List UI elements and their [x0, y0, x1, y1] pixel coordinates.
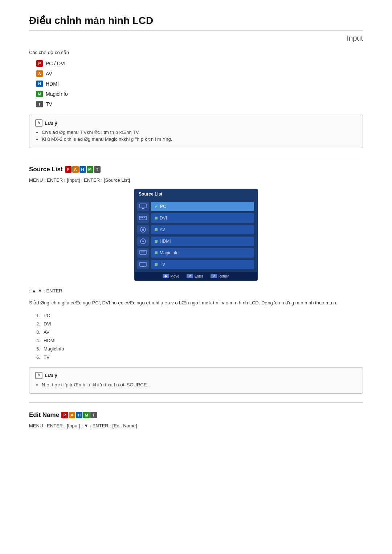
- footer-return: ↩ Return: [211, 274, 229, 278]
- source-list-footer: ◆ Move ↵ Enter ↩ Return: [135, 272, 257, 280]
- edit-name-badge: P: [61, 412, 68, 418]
- mode-item: HHDMI: [36, 81, 363, 87]
- sq-icon: [155, 263, 158, 266]
- source-item[interactable]: DVI: [151, 213, 254, 223]
- source-list-badge: M: [87, 166, 93, 173]
- src-icon-magicinfo: [137, 248, 149, 258]
- footer-enter: ↵ Enter: [187, 274, 203, 278]
- src-icon-pc: [137, 202, 149, 211]
- source-item[interactable]: HDMI: [151, 237, 254, 246]
- source-item-label: PC: [160, 204, 166, 209]
- note2-item: N ọt t ọc ti 'p tr Œn b i ù khi 'n t xa …: [42, 382, 357, 387]
- svg-rect-2: [141, 209, 145, 209]
- divider-1: [29, 157, 363, 157]
- svg-point-8: [142, 229, 144, 231]
- source-item-label: TV: [160, 262, 165, 267]
- footer-move: ◆ Move: [163, 274, 179, 278]
- svg-rect-14: [140, 262, 146, 266]
- note1-item: Ch's ảd Øg menu T'Vkhi ®c i tm th p kŒnh…: [42, 130, 357, 135]
- modes-section-label: Các chế độ có sẵn: [29, 50, 363, 55]
- edit-name-heading: Edit Name PAHMT: [29, 411, 363, 419]
- edit-name-badge: A: [69, 412, 75, 418]
- list-number: 2.: [36, 321, 44, 327]
- source-items-col[interactable]: ✓PCDVIAVHDMIMagicInfoTV: [151, 200, 257, 271]
- note2-title: ✎ Lưu ý: [35, 372, 357, 379]
- source-icons-col: [135, 200, 151, 271]
- source-list-badge: H: [79, 166, 86, 173]
- list-label: PC: [44, 313, 50, 318]
- mode-label: HDMI: [46, 81, 59, 87]
- sq-icon: [155, 217, 158, 219]
- numbered-item: 2.DVI: [36, 321, 363, 327]
- edit-name-menu-path: MENU : ENTER : [Input] : ▼ : ENTER : [Ed…: [29, 423, 363, 428]
- mode-label: TV: [46, 101, 52, 107]
- mode-item: TTV: [36, 101, 363, 107]
- numbered-item: 4.HDMI: [36, 338, 363, 343]
- list-label: HDMI: [44, 338, 56, 343]
- list-number: 6.: [36, 354, 44, 360]
- mode-badge: H: [36, 81, 43, 87]
- edit-name-badge: M: [83, 412, 90, 418]
- check-icon: ✓: [155, 204, 158, 209]
- note-icon-2: ✎: [35, 372, 42, 379]
- svg-rect-4: [140, 217, 142, 218]
- note2-list: N ọt t ọc ti 'p tr Œn b i ù khi 'n t xa …: [42, 382, 357, 387]
- modes-list: PPC / DVIAAVHHDMIMMagicInfoTTV: [36, 60, 363, 107]
- svg-rect-11: [140, 250, 146, 254]
- input-label: Input: [29, 34, 363, 42]
- note-icon-1: ✎: [35, 119, 42, 127]
- source-list-box-title: Source List: [135, 189, 257, 199]
- list-label: MagicInfo: [44, 346, 64, 352]
- numbered-item: 3.AV: [36, 329, 363, 335]
- nav-hint: : ▲ ▼ : ENTER: [29, 288, 363, 294]
- source-item-label: HDMI: [160, 239, 171, 244]
- source-item-label: AV: [160, 227, 165, 232]
- note-box-2: ✎ Lưu ý N ọt t ọc ti 'p tr Œn b i ù khi …: [29, 367, 363, 394]
- mode-badge: A: [36, 70, 43, 77]
- source-numbered-list: 1.PC2.DVI3.AV4.HDMI5.MagicInfo6.TV: [36, 313, 363, 360]
- edit-name-section: Edit Name PAHMT MENU : ENTER : [Input] :…: [29, 411, 363, 428]
- source-item-label: DVI: [160, 216, 167, 221]
- mode-item: MMagicInfo: [36, 91, 363, 97]
- note1-list: Ch's ảd Øg menu T'Vkhi ®c i tm th p kŒnh…: [42, 130, 357, 142]
- source-item[interactable]: MagicInfo: [151, 248, 254, 258]
- source-list-content: ✓PCDVIAVHDMIMagicInfoTV: [135, 199, 257, 272]
- list-number: 3.: [36, 329, 44, 335]
- source-list-menu-path: MENU : ENTER : [Input] : ENTER : [Source…: [29, 177, 363, 183]
- mode-badge: M: [36, 91, 43, 97]
- source-list-badge: A: [72, 166, 79, 173]
- src-icon-dvi: [137, 213, 149, 223]
- numbered-item: 6.TV: [36, 354, 363, 360]
- note-box-1: ✎ Lưu ý Ch's ảd Øg menu T'Vkhi ®c i tm t…: [29, 115, 363, 148]
- list-label: AV: [44, 329, 49, 335]
- source-item[interactable]: TV: [151, 260, 254, 269]
- source-item[interactable]: AV: [151, 225, 254, 234]
- edit-name-badge: T: [90, 412, 97, 418]
- note1-item: Ki ù MX-2 c th 's ảd Øg menu MagicInkkhi…: [42, 136, 357, 142]
- src-icon-av: [137, 225, 149, 234]
- sq-icon: [155, 240, 158, 243]
- edit-name-badge: H: [76, 412, 82, 418]
- list-number: 5.: [36, 346, 44, 352]
- mode-label: AV: [46, 71, 52, 77]
- svg-rect-15: [142, 266, 144, 267]
- source-item[interactable]: ✓PC: [151, 202, 254, 211]
- svg-rect-0: [140, 204, 146, 208]
- list-label: DVI: [44, 321, 52, 327]
- source-list-badge: P: [65, 166, 72, 173]
- mode-item: PPC / DVI: [36, 60, 363, 67]
- mode-badge: P: [36, 60, 43, 67]
- page-title: Điều chỉnh màn hình LCD: [29, 15, 363, 30]
- edit-name-badges: PAHMT: [61, 412, 97, 418]
- src-icon-hdmi: [137, 237, 149, 246]
- source-list-description: S ảd Øng 'ch n gi a c/Æc ngụ PC', DVI ho…: [29, 299, 363, 307]
- list-label: TV: [44, 354, 50, 360]
- list-number: 4.: [36, 338, 44, 343]
- note1-title: ✎ Lưu ý: [35, 119, 357, 127]
- numbered-item: 5.MagicInfo: [36, 346, 363, 352]
- source-list-box: Source List ✓PCDVIAVHDMIMa: [134, 189, 258, 281]
- svg-rect-6: [144, 217, 145, 218]
- svg-rect-1: [142, 208, 144, 209]
- source-item-label: MagicInfo: [160, 250, 179, 255]
- list-number: 1.: [36, 313, 44, 318]
